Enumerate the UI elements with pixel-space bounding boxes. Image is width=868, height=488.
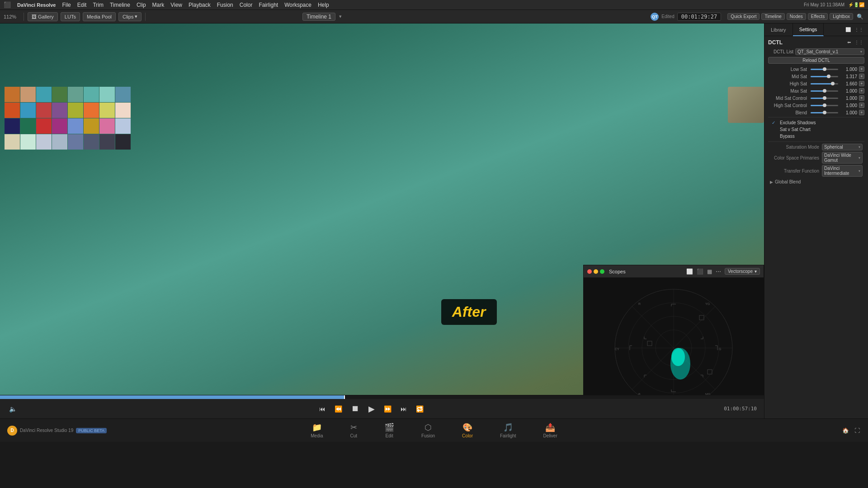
scope-view-button-2[interactable]: ⬛ [696, 267, 704, 276]
color-swatch-16[interactable] [5, 118, 20, 134]
nav-item-color[interactable]: 🎨 Color [462, 422, 473, 438]
dctl-collapse-button[interactable]: ⬅ [846, 39, 852, 46]
step-back-button[interactable]: ⏪ [333, 404, 344, 414]
scope-view-button-1[interactable]: ⬜ [685, 267, 694, 276]
color-space-dropdown[interactable]: DaVinci Wide Gamut ▾ [822, 152, 863, 164]
color-swatch-8[interactable] [5, 103, 20, 118]
color-swatch-28[interactable] [68, 134, 83, 150]
color-swatch-15[interactable] [115, 103, 131, 118]
bypass-row[interactable]: ✓ Bypass [768, 133, 864, 140]
dctl-slider-thumb-4[interactable] [823, 96, 826, 100]
transfer-fn-dropdown[interactable]: DaVinci Intermediate ▾ [822, 165, 863, 177]
menu-item-timeline[interactable]: Timeline [110, 2, 130, 8]
nav-item-media[interactable]: 📁 Media [311, 422, 323, 438]
loop-button[interactable]: 🔁 [414, 404, 425, 414]
menu-item-fairlight[interactable]: Fairlight [259, 2, 278, 8]
panel-options-button[interactable]: ⋮⋮ [854, 26, 864, 33]
menu-item-workspace[interactable]: Workspace [284, 2, 311, 8]
lightbox-btn-toolbar[interactable]: Lightbox [830, 13, 853, 20]
clips-button[interactable]: Clips ▾ [118, 12, 142, 21]
color-swatch-5[interactable] [84, 87, 99, 102]
nav-item-fairlight[interactable]: 🎵 Fairlight [500, 422, 516, 438]
dctl-options-button[interactable]: ⋮⋮ [854, 39, 864, 46]
fullscreen-button[interactable]: ⛶ [854, 427, 861, 435]
dctl-list-dropdown[interactable]: QT_Sat_Control_v.1 ▾ [795, 48, 864, 55]
dctl-slider-thumb-5[interactable] [823, 103, 826, 107]
stop-button[interactable]: ⏹ [349, 402, 361, 415]
timeline-btn-toolbar[interactable]: Timeline [761, 13, 784, 20]
dctl-slider-thumb-3[interactable] [823, 89, 826, 93]
menu-item-help[interactable]: Help [318, 2, 329, 8]
menu-item-color[interactable]: Color [240, 2, 253, 8]
step-forward-button[interactable]: ⏩ [382, 404, 393, 414]
color-swatch-3[interactable] [52, 87, 67, 102]
menu-item-view[interactable]: View [170, 2, 182, 8]
color-swatch-18[interactable] [36, 118, 52, 134]
nodes-btn-toolbar[interactable]: Nodes [787, 13, 806, 20]
nav-item-cut[interactable]: ✂ Cut [350, 422, 358, 438]
go-to-start-button[interactable]: ⏮ [317, 404, 327, 414]
color-swatch-6[interactable] [99, 87, 115, 102]
dctl-plus-btn-0[interactable]: + [859, 66, 864, 72]
color-swatch-21[interactable] [84, 118, 99, 134]
media-pool-button[interactable]: Media Pool [83, 12, 116, 21]
dctl-plus-btn-4[interactable]: + [859, 95, 864, 101]
traffic-light-maximize[interactable] [600, 269, 604, 274]
color-swatch-0[interactable] [5, 87, 20, 102]
exclude-shadows-row[interactable]: ✓ Exclude Shadows [768, 119, 864, 126]
dctl-plus-btn-5[interactable]: + [859, 103, 864, 108]
scope-options-button[interactable]: ⋯ [715, 267, 722, 276]
global-blend-row[interactable]: ▶ Global Blend [768, 178, 864, 186]
color-swatch-11[interactable] [52, 103, 67, 118]
color-swatch-31[interactable] [115, 134, 131, 150]
sat-chart-row[interactable]: ✓ Sat v Sat Chart [768, 126, 864, 133]
panel-minimize-button[interactable]: ⬜ [844, 26, 852, 33]
color-swatch-29[interactable] [84, 134, 99, 150]
dctl-plus-btn-3[interactable]: + [859, 88, 864, 94]
menu-item-file[interactable]: File [62, 2, 71, 8]
dctl-slider-4[interactable] [811, 98, 838, 99]
dctl-slider-1[interactable] [811, 76, 838, 77]
color-swatch-20[interactable] [68, 118, 83, 134]
menu-item-mark[interactable]: Mark [152, 2, 165, 8]
color-swatch-2[interactable] [36, 87, 52, 102]
color-swatch-10[interactable] [36, 103, 52, 118]
traffic-light-minimize[interactable] [594, 269, 598, 274]
reload-dctl-button[interactable]: Reload DCTL [768, 57, 864, 64]
play-button[interactable]: ▶ [367, 402, 377, 416]
color-swatch-14[interactable] [99, 103, 115, 118]
color-swatch-12[interactable] [68, 103, 83, 118]
scope-type-dropdown[interactable]: Vectorscope ▾ [725, 268, 760, 275]
go-to-end-button[interactable]: ⏭ [399, 404, 409, 414]
color-swatch-26[interactable] [36, 134, 52, 150]
gallery-button[interactable]: 🖼 Gallery [28, 12, 58, 21]
dctl-slider-6[interactable] [811, 112, 838, 113]
luts-button[interactable]: LUTs [61, 12, 80, 21]
color-swatch-23[interactable] [115, 118, 131, 134]
traffic-light-close[interactable] [587, 269, 592, 274]
color-swatch-22[interactable] [99, 118, 115, 134]
tab-settings[interactable]: Settings [793, 23, 824, 36]
color-swatch-1[interactable] [20, 87, 36, 102]
menu-item-edit[interactable]: Edit [77, 2, 87, 8]
dctl-slider-2[interactable] [811, 83, 838, 84]
color-swatch-24[interactable] [5, 134, 20, 150]
nav-item-fusion[interactable]: ⬡ Fusion [421, 422, 435, 438]
dctl-slider-thumb-0[interactable] [823, 67, 826, 71]
saturation-mode-dropdown[interactable]: Spherical ▾ [822, 144, 863, 150]
menu-item-clip[interactable]: Clip [137, 2, 146, 8]
color-swatch-25[interactable] [20, 134, 36, 150]
dctl-slider-thumb-6[interactable] [823, 111, 826, 114]
progress-bar[interactable] [0, 395, 764, 399]
color-swatch-13[interactable] [84, 103, 99, 118]
volume-button[interactable]: 🔈 [7, 404, 19, 414]
dctl-plus-btn-1[interactable]: + [859, 74, 864, 79]
color-swatch-27[interactable] [52, 134, 67, 150]
dctl-slider-5[interactable] [811, 105, 838, 106]
home-button[interactable]: 🏠 [841, 427, 850, 435]
dctl-plus-btn-2[interactable]: + [859, 81, 864, 86]
color-swatch-19[interactable] [52, 118, 67, 134]
tab-library[interactable]: Library [764, 23, 793, 36]
timeline-label[interactable]: Timeline 1 [302, 13, 335, 21]
color-swatch-7[interactable] [115, 87, 131, 102]
